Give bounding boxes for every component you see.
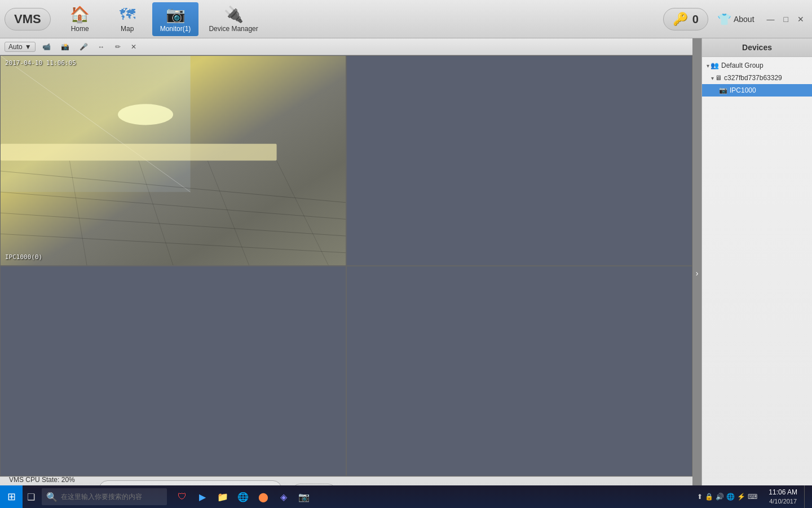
tray-icon-2[interactable]: 🔒	[705, 493, 713, 501]
taskbar-app-icons: 🛡 ▶ 📁 🌐 ⬤ ◈ 📷	[169, 488, 317, 505]
taskbar-icon-browser[interactable]: 🌐	[235, 488, 251, 505]
cpu-vms-value: 20%	[61, 476, 75, 484]
cam-tool-close[interactable]: ✕	[127, 42, 140, 52]
monitor-icon: 📷	[166, 5, 186, 24]
cpu-vms-label: VMS CPU State:	[9, 476, 59, 484]
about-button[interactable]: 👕 About	[717, 12, 754, 26]
sidebar: Devices ▾ 👥 Default Group ▾ 🖥 c327fbd737…	[701, 38, 812, 508]
taskbar-icon-security[interactable]: 🛡	[174, 488, 191, 505]
dropdown-arrow-icon: ▼	[25, 43, 32, 51]
tree-label-camera: IPC1000	[730, 86, 756, 94]
map-icon: 🗺	[120, 5, 135, 24]
device-icon: 🖥	[715, 74, 722, 82]
tree-item-device[interactable]: ▾ 🖥 c327fbd737b63329	[702, 72, 812, 84]
show-desktop-button[interactable]	[804, 485, 807, 508]
auto-dropdown[interactable]: Auto ▼	[5, 42, 36, 52]
sidebar-title: Devices	[742, 43, 772, 52]
nav-devmgr-label: Device Manager	[209, 25, 258, 33]
clock[interactable]: 11:06 AM 4/10/2017	[764, 488, 802, 505]
cam-tool-record[interactable]: 📹	[39, 42, 54, 52]
cam-tool-snapshot[interactable]: 📸	[58, 42, 73, 52]
tree-item-camera[interactable]: 📷 IPC1000	[702, 84, 812, 97]
cam-tool-move[interactable]: ↔	[95, 42, 108, 52]
camera-feed-0	[1, 56, 346, 265]
camera-tree-icon: 📷	[719, 86, 727, 94]
camera-cell-0[interactable]: 2017-04-10 11:06:05 IPC1000(0)	[0, 55, 346, 266]
taskbar: ⊞ ❑ 🔍 🛡 ▶ 📁 🌐 ⬤ ◈ 📷 ⬆ 🔒 🔊 🌐 ⚡ ⌨ 11:06 AM…	[0, 485, 812, 508]
nav-home[interactable]: 🏠 Home	[58, 2, 103, 36]
search-bar[interactable]: 🔍	[42, 488, 167, 505]
search-icon: 🔍	[46, 492, 58, 502]
taskbar-icon-chrome[interactable]: ⬤	[255, 488, 272, 505]
nav-devmgr[interactable]: 🔌 Device Manager	[201, 2, 266, 36]
group-icon: 👥	[710, 62, 719, 69]
system-tray: ⬆ 🔒 🔊 🌐 ⚡ ⌨	[692, 493, 762, 501]
start-button[interactable]: ⊞	[0, 485, 23, 508]
tray-icon-1[interactable]: ⬆	[697, 493, 703, 501]
camera-timestamp-0: 2017-04-10 11:06:05	[5, 59, 76, 67]
devmgr-icon: 🔌	[224, 5, 244, 24]
minimize-button[interactable]: —	[764, 14, 778, 25]
about-label: About	[734, 15, 754, 24]
tray-icon-5[interactable]: ⚡	[737, 493, 745, 501]
taskbar-right: ⬆ 🔒 🔊 🌐 ⚡ ⌨ 11:06 AM 4/10/2017	[692, 485, 812, 508]
taskbar-icon-camera-app[interactable]: 📷	[295, 488, 312, 505]
camera-toolbar: Auto ▼ 📹 📸 🎤 ↔ ✏ ✕	[0, 38, 692, 55]
window-controls: — □ ✕	[764, 14, 807, 25]
tray-icon-4[interactable]: 🌐	[726, 493, 735, 501]
expand-icon-group: ▾	[707, 63, 709, 69]
svg-rect-12	[1, 144, 277, 161]
camera-cell-1[interactable]	[346, 55, 692, 266]
tray-icon-3[interactable]: 🔊	[716, 493, 724, 501]
task-view-btn[interactable]: ❑	[23, 488, 39, 505]
tray-icon-6[interactable]: ⌨	[748, 493, 757, 501]
nav-monitor[interactable]: 📷 Monitor(1)	[152, 2, 199, 36]
camera-label-0: IPC1000(0)	[5, 253, 42, 261]
chevron-right-icon: ›	[696, 269, 699, 278]
titlebar-right: 🔑 0 👕 About — □ ✕	[663, 0, 812, 38]
vms-logo[interactable]: VMS	[5, 8, 51, 30]
camera-cell-2[interactable]	[0, 266, 346, 476]
tree-item-default-group[interactable]: ▾ 👥 Default Group	[702, 59, 812, 72]
search-input[interactable]	[61, 493, 162, 501]
cam-tool-audio[interactable]: 🎤	[76, 42, 91, 52]
camera-main: Auto ▼ 📹 📸 🎤 ↔ ✏ ✕	[0, 38, 692, 508]
nav-monitor-label: Monitor(1)	[160, 25, 191, 33]
nav-map-label: Map	[121, 25, 134, 33]
taskbar-icon-media[interactable]: ▶	[194, 488, 211, 505]
expand-icon-device: ▾	[711, 75, 714, 81]
notification-count: 0	[692, 13, 699, 26]
device-tree: ▾ 👥 Default Group ▾ 🖥 c327fbd737b63329 📷…	[702, 57, 812, 492]
main-area: Auto ▼ 📹 📸 🎤 ↔ ✏ ✕	[0, 38, 812, 508]
app-title: VMS	[14, 12, 41, 27]
clock-time: 11:06 AM	[769, 488, 797, 497]
clock-date: 4/10/2017	[769, 497, 797, 505]
restore-button[interactable]: □	[780, 14, 792, 25]
nav-home-label: Home	[71, 25, 89, 33]
sidebar-toggle-button[interactable]: ›	[692, 38, 701, 508]
tree-label-group: Default Group	[721, 62, 764, 69]
notification-area[interactable]: 🔑 0	[663, 8, 708, 30]
taskbar-icon-app[interactable]: ◈	[275, 488, 292, 505]
close-button[interactable]: ✕	[794, 14, 807, 25]
auto-label: Auto	[8, 43, 23, 51]
camera-grid: 2017-04-10 11:06:05 IPC1000(0)	[0, 55, 692, 476]
tree-label-device: c327fbd737b63329	[724, 74, 782, 82]
titlebar: VMS 🏠 Home 🗺 Map 📷 Monitor(1) 🔌 Device M…	[0, 0, 812, 38]
camera-cell-3[interactable]	[346, 266, 692, 476]
notification-icon: 🔑	[673, 12, 688, 27]
home-icon: 🏠	[70, 5, 90, 24]
cam-tool-draw[interactable]: ✏	[112, 42, 124, 52]
taskbar-icon-files[interactable]: 📁	[214, 488, 231, 505]
nav-map[interactable]: 🗺 Map	[105, 2, 150, 36]
svg-point-11	[118, 104, 173, 125]
about-icon: 👕	[717, 12, 731, 26]
sidebar-header: Devices	[702, 38, 812, 57]
